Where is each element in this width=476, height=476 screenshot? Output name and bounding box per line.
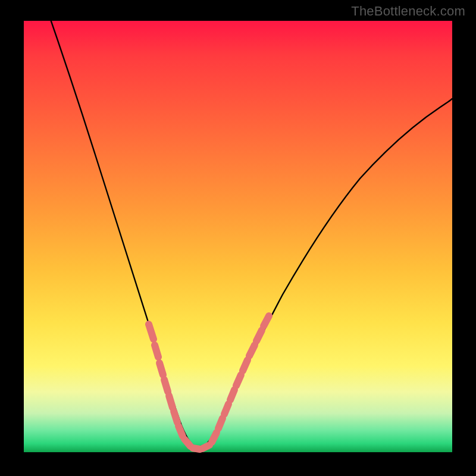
svg-line-7: [184, 439, 190, 446]
svg-line-6: [178, 426, 183, 436]
svg-line-1: [155, 345, 158, 357]
highlight-right: [212, 316, 269, 442]
outer-black-frame: TheBottleneck.com: [0, 0, 476, 476]
svg-line-11: [218, 418, 223, 428]
svg-line-17: [256, 330, 262, 341]
plot-area: [24, 21, 452, 452]
svg-line-2: [159, 363, 163, 375]
svg-line-16: [249, 345, 255, 356]
svg-line-18: [264, 316, 269, 326]
svg-line-5: [174, 411, 177, 422]
svg-line-14: [236, 375, 241, 386]
svg-line-15: [243, 360, 248, 371]
svg-line-13: [230, 390, 234, 400]
svg-line-4: [169, 396, 173, 408]
svg-line-9: [202, 445, 209, 449]
svg-line-0: [149, 324, 154, 339]
curve-path: [39, 0, 452, 449]
svg-line-3: [164, 380, 168, 392]
highlight-left: [149, 324, 190, 446]
svg-line-12: [224, 404, 228, 414]
highlight-valley: [193, 445, 209, 449]
attribution-text: TheBottleneck.com: [351, 4, 465, 19]
bottleneck-curve: [24, 21, 452, 452]
svg-line-10: [212, 433, 217, 442]
